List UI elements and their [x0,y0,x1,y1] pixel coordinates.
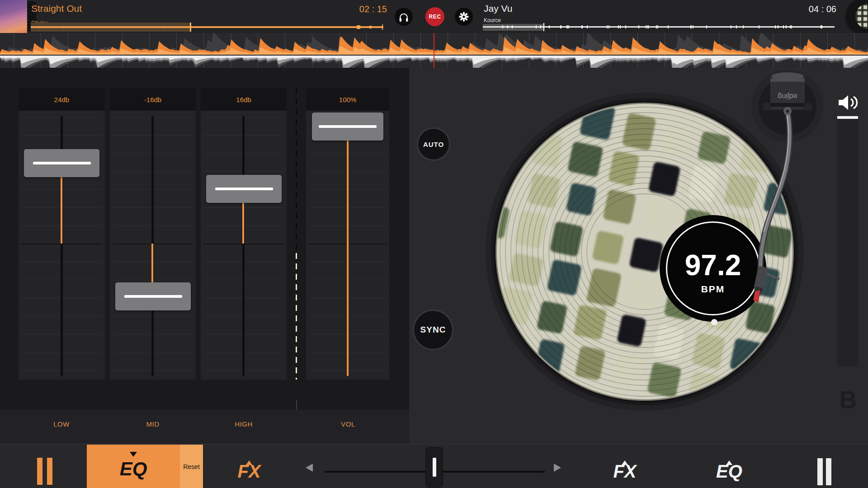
eq-vol-value: 100% [306,88,389,111]
cue-marker [656,25,657,28]
cue-marker [625,25,626,28]
slider-fill [242,203,244,244]
crossfader-handle[interactable] [425,447,443,488]
cue-marker [821,25,821,28]
cue-marker [63,26,64,28]
fx-b-button[interactable]: FX [604,448,645,488]
eq-low-slider[interactable] [19,111,105,380]
cue-marker [690,25,691,28]
cue-marker [743,25,744,28]
platter-marker-dot [711,319,717,325]
top-bar: Straight Out Chuky; 02 : 15 REC [0,0,868,33]
cue-marker [549,25,550,28]
record-button[interactable]: REC [425,7,444,26]
app-root: Straight Out Chuky; 02 : 15 REC [0,0,868,488]
eq-panel: 24db -16db 16db [0,68,409,444]
crossfader-right-arrow-icon [554,464,561,472]
deck-a-position-marker [190,23,191,32]
deck-b-progress-bar[interactable] [483,23,835,32]
eq-high-slider[interactable] [201,111,287,380]
deck-b-album-art[interactable] [844,0,868,33]
pause-icon [47,458,52,485]
pause-icon [817,458,823,485]
eq-vol-slider[interactable] [306,111,389,380]
eq-b-button[interactable]: EQ [709,448,750,488]
crossfader-handle-bar [433,458,436,477]
eq-a-label: EQ [87,458,180,480]
settings-button[interactable] [455,8,473,26]
cue-marker [560,25,561,28]
pause-icon [37,458,42,485]
cue-marker [39,26,40,28]
cue-marker [759,25,760,28]
deck-a-title: Straight Out [31,3,82,14]
waveform-playhead [434,33,434,68]
rec-label: REC [429,14,441,20]
auto-button[interactable]: AUTO [417,127,450,161]
deck-a-progress-bar[interactable] [31,23,383,32]
deck-a-art-image [0,0,27,33]
cue-marker [382,24,383,30]
cue-marker [620,25,621,28]
cue-marker [582,25,583,28]
cue-marker [706,25,707,28]
cue-marker [568,25,569,28]
eq-a-button[interactable]: EQ Reset [87,445,203,488]
eq-label-high: HIGH [217,420,271,428]
cue-marker [609,25,609,28]
eq-vol-divider-top [296,88,297,253]
eq-high-value: 16db [201,88,287,111]
deck-a-progress-line [31,26,383,28]
gear-icon [458,11,470,23]
eq-label-vol: VOL [321,420,375,428]
chevron-down-icon [130,452,137,457]
cue-marker [42,26,44,28]
cue-marker [731,25,731,28]
volume-track[interactable] [837,119,858,366]
fx-a-button[interactable]: FX [229,448,269,488]
eq-reset-button[interactable]: Reset [180,445,203,488]
volume-handle[interactable] [837,116,858,119]
cue-marker [775,25,776,28]
cue-marker [783,25,784,28]
deck-volume-slider[interactable] [834,94,861,370]
deck-a-time: 02 : 15 [346,4,387,14]
cue-marker [536,25,537,28]
fx-a-label: FX [231,461,267,482]
cue-marker [607,25,608,28]
cue-marker [786,25,787,28]
fx-b-label: FX [607,461,642,482]
cue-marker [369,26,372,28]
cue-marker [791,25,792,28]
cue-marker [502,25,503,28]
cue-marker [638,25,639,28]
bpm-value: 97.2 [660,249,766,282]
eq-mid-handle[interactable] [115,282,191,310]
eq-vol-handle[interactable] [312,113,383,141]
deck-b-time: 04 : 06 [795,4,836,14]
cue-marker [512,25,513,28]
cue-marker [587,25,588,28]
play-pause-a-button[interactable] [18,445,72,488]
slider-fill [151,244,153,282]
eq-label-mid: MID [126,420,180,428]
deck-letter: B [834,385,862,413]
sync-button[interactable]: SYNC [413,310,453,350]
eq-label-band: LOW MID HIGH VOL [0,410,409,444]
slider-fill [347,141,349,376]
deck-b-title: Jay Vu [484,3,512,14]
eq-low-handle[interactable] [24,149,99,177]
cue-marker [790,25,791,28]
cue-marker [646,25,646,28]
deck-b-position-marker [543,23,544,31]
cue-marker [540,25,541,28]
waveform-display[interactable] [0,33,868,68]
bottom-toolbar: EQ Reset FX FX EQ [0,444,868,488]
eq-label-low: LOW [34,420,89,428]
cue-marker [507,25,508,28]
headphone-button[interactable] [395,8,413,26]
headphone-icon [397,10,410,23]
eq-high-handle[interactable] [206,175,282,203]
turntable-platter[interactable]: 97.2 BPM [477,84,812,419]
eq-mid-slider[interactable] [110,111,196,380]
